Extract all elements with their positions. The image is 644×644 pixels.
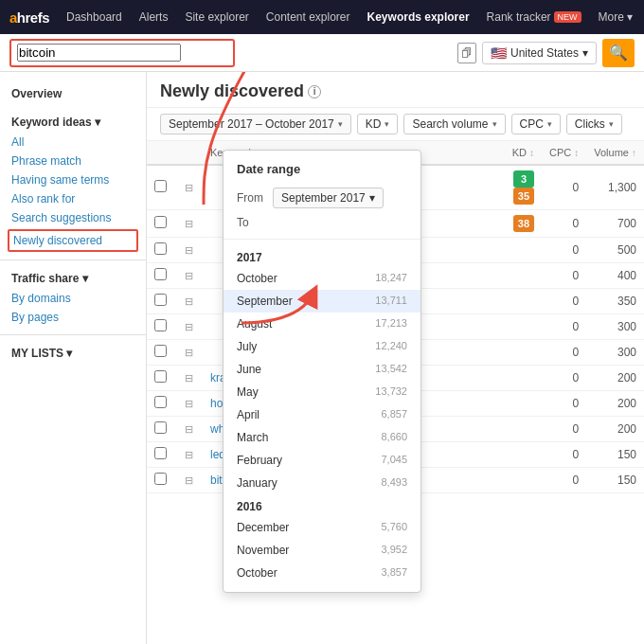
sidebar-overview-section: Overview (0, 83, 146, 104)
dropdown-from-label: From (237, 191, 263, 205)
dropdown-from-caret: ▾ (369, 191, 375, 205)
sidebar-keyword-ideas-heading[interactable]: Keyword ideas ▾ (0, 112, 146, 133)
kd-badge: 38 (513, 215, 534, 232)
dropdown-item-apr-2017[interactable]: April6,857 (224, 403, 420, 426)
clicks-filter-label: Clicks (575, 117, 605, 131)
row-checkbox[interactable] (154, 216, 167, 228)
row-checkbox[interactable] (154, 180, 167, 192)
sidebar-item-by-domains[interactable]: By domains (0, 289, 146, 308)
row-checkbox[interactable] (154, 396, 167, 408)
logo: ahrefs (9, 9, 49, 26)
nav-alerts[interactable]: Alerts (139, 10, 169, 24)
sidebar-item-also-rank-for[interactable]: Also rank for (0, 189, 146, 208)
row-checkbox[interactable] (154, 447, 167, 459)
volume-sort-icon: ↑ (632, 148, 636, 158)
nav-dashboard[interactable]: Dashboard (66, 10, 122, 24)
kd-filter[interactable]: KD ▾ (357, 114, 399, 134)
sidebar-item-all[interactable]: All (0, 133, 146, 152)
nav-keywords-explorer[interactable]: Keywords explorer (367, 10, 470, 24)
row-checkbox[interactable] (154, 473, 167, 485)
row-icon: ⊟ (182, 474, 195, 487)
kd-cell (494, 366, 542, 391)
row-icon: ⊟ (182, 422, 195, 436)
nav-site-explorer[interactable]: Site explorer (185, 10, 248, 24)
cpc-cell: 0 (542, 165, 586, 210)
row-checkbox[interactable] (154, 345, 167, 357)
cpc-cell: 0 (542, 468, 586, 493)
dropdown-item-jul-2017[interactable]: July12,240 (224, 335, 420, 358)
dropdown-item-mar-2017[interactable]: March8,660 (224, 426, 420, 449)
date-range-filter[interactable]: September 2017 – October 2017 ▾ (160, 114, 351, 134)
sidebar-item-having-same-terms[interactable]: Having same terms (0, 170, 146, 189)
sidebar-item-by-pages[interactable]: By pages (0, 308, 146, 327)
kd-cell (494, 314, 542, 340)
sidebar-traffic-section: Traffic share ▾ By domains By pages (0, 268, 146, 327)
dropdown-item-jan-2017[interactable]: January8,493 (224, 472, 420, 494)
dropdown-item-sep-2017[interactable]: September13,711 (224, 290, 420, 313)
dropdown-item-nov-2016[interactable]: November3,952 (224, 539, 420, 562)
dropdown-from-select[interactable]: September 2017 ▾ (273, 188, 384, 208)
sidebar: Overview Keyword ideas ▾ All Phrase matc… (0, 72, 147, 644)
sidebar-item-search-suggestions[interactable]: Search suggestions (0, 208, 146, 227)
volume-cell: 150 (586, 468, 644, 493)
sv-filter-caret: ▾ (492, 119, 497, 129)
content-title-text: Newly discovered (160, 81, 304, 101)
sidebar-traffic-heading[interactable]: Traffic share ▾ (0, 268, 146, 289)
dropdown-from-value: September 2017 (281, 191, 366, 205)
file-icon[interactable]: 🗍 (457, 43, 476, 63)
search-button[interactable]: 🔍 (602, 39, 635, 67)
search-bar: 🗍 🇺🇸 United States ▾ 🔍 (0, 34, 644, 72)
th-icon (174, 141, 203, 165)
country-selector[interactable]: 🇺🇸 United States ▾ (482, 42, 597, 64)
row-checkbox[interactable] (154, 294, 167, 306)
dropdown-item-oct-2016[interactable]: October3,857 (224, 562, 420, 584)
content-info-icon[interactable]: i (308, 85, 321, 98)
cpc-cell: 0 (542, 263, 586, 289)
date-range-label: September 2017 – October 2017 (169, 117, 334, 131)
row-icon: ⊟ (182, 448, 195, 461)
cpc-cell: 0 (542, 417, 586, 442)
clicks-filter[interactable]: Clicks ▾ (566, 114, 622, 134)
volume-cell: 400 (586, 263, 644, 289)
nav-content-explorer[interactable]: Content explorer (266, 10, 350, 24)
sidebar-my-lists-heading[interactable]: MY LISTS ▾ (0, 343, 146, 364)
search-volume-filter[interactable]: Search volume ▾ (403, 114, 505, 134)
dropdown-item-feb-2017[interactable]: February7,045 (224, 449, 420, 472)
kd-cell (494, 417, 542, 442)
row-checkbox[interactable] (154, 370, 167, 383)
dropdown-item-may-2017[interactable]: May13,732 (224, 381, 420, 403)
rank-tracker-badge: NEW (554, 11, 581, 23)
row-checkbox[interactable] (154, 319, 167, 331)
extra-badge: 35 (513, 188, 534, 205)
kd-cell (494, 263, 542, 289)
nav-rank-tracker[interactable]: Rank tracker NEW (487, 10, 581, 24)
content-title-wrap: Newly discovered i (160, 81, 321, 101)
dropdown-item-oct-2017[interactable]: October18,247 (224, 267, 420, 290)
row-checkbox[interactable] (154, 242, 167, 255)
nav-more[interactable]: More ▾ (599, 10, 634, 24)
dropdown-item-jun-2017[interactable]: June13,542 (224, 358, 420, 381)
dropdown-item-aug-2017[interactable]: August17,213 (224, 313, 420, 335)
dropdown-item-dec-2016[interactable]: December5,760 (224, 516, 420, 539)
search-input-wrapper (9, 39, 235, 67)
sidebar-item-newly-discovered[interactable]: Newly discovered (9, 231, 136, 250)
search-input[interactable] (17, 44, 181, 62)
row-checkbox[interactable] (154, 268, 167, 280)
kd-filter-caret: ▾ (385, 119, 389, 129)
row-checkbox[interactable] (154, 421, 167, 434)
volume-cell: 350 (586, 289, 644, 314)
cpc-filter-label: CPC (520, 117, 544, 131)
cpc-filter-caret: ▾ (547, 119, 552, 129)
th-volume: Volume ↑ (586, 141, 644, 165)
cpc-cell: 0 (542, 442, 586, 468)
row-icon: ⊟ (182, 181, 195, 194)
row-icon: ⊟ (182, 397, 195, 410)
cpc-cell: 0 (542, 289, 586, 314)
sidebar-item-phrase-match[interactable]: Phrase match (0, 152, 146, 170)
cpc-cell: 0 (542, 391, 586, 417)
newly-discovered-box: Newly discovered (8, 229, 138, 252)
sidebar-divider-2 (0, 334, 146, 335)
sidebar-overview[interactable]: Overview (0, 83, 146, 104)
sidebar-keyword-ideas-section: Keyword ideas ▾ All Phrase match Having … (0, 112, 146, 252)
cpc-filter[interactable]: CPC ▾ (511, 114, 561, 134)
